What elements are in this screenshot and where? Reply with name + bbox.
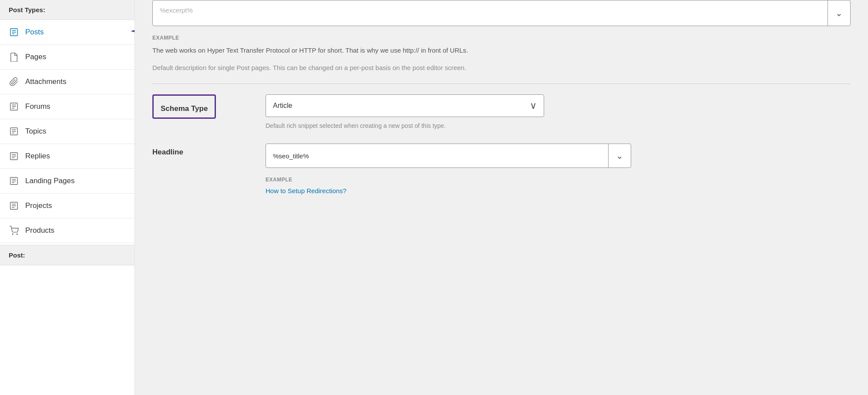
sidebar: Post Types: Posts Pages — [0, 0, 135, 395]
sidebar-item-topics[interactable]: Topics — [0, 119, 135, 144]
sidebar-item-pages[interactable]: Pages — [0, 45, 135, 70]
post-section-header: Post: — [0, 245, 135, 265]
sidebar-item-attachments[interactable]: Attachments — [0, 70, 135, 94]
excerpt-dropdown-button[interactable]: ⌄ — [828, 0, 850, 26]
pages-icon — [9, 52, 19, 62]
sidebar-item-forums[interactable]: Forums — [0, 94, 135, 119]
attachments-icon — [9, 77, 19, 87]
default-description: Default description for single Post page… — [152, 63, 851, 73]
sidebar-item-forums-label: Forums — [25, 102, 126, 111]
headline-input[interactable] — [266, 144, 608, 167]
headline-example-label: EXAMPLE — [266, 177, 851, 183]
topics-icon — [9, 126, 19, 137]
schema-chevron-down-icon: ∨ — [530, 100, 537, 111]
svg-marker-4 — [131, 22, 135, 41]
example-section: EXAMPLE The web works on Hyper Text Tran… — [152, 35, 851, 73]
schema-type-hint: Default rich snippet selected when creat… — [266, 121, 851, 131]
schema-type-label: Schema Type — [161, 100, 208, 113]
sidebar-item-landing-pages[interactable]: Landing Pages — [0, 169, 135, 194]
headline-dropdown-button[interactable]: ⌄ — [608, 144, 631, 167]
headline-example-section: EXAMPLE How to Setup Redirections? — [266, 177, 851, 195]
schema-type-value: Article — [273, 102, 530, 110]
headline-input-row: ⌄ — [266, 144, 631, 168]
example-text: The web works on Hyper Text Transfer Pro… — [152, 45, 851, 56]
schema-type-content: Article ✓⌄ ∨ Default rich snippet select… — [266, 94, 851, 131]
forums-icon — [9, 101, 19, 112]
schema-type-highlight-box: Schema Type — [152, 94, 216, 119]
headline-content: ⌄ EXAMPLE How to Setup Redirections? — [266, 144, 851, 195]
sidebar-item-landing-pages-label: Landing Pages — [25, 177, 126, 185]
excerpt-input-row: %excerpt% ⌄ — [152, 0, 851, 26]
replies-icon — [9, 151, 19, 161]
sidebar-item-replies[interactable]: Replies — [0, 144, 135, 169]
sidebar-item-posts-label: Posts — [25, 28, 126, 37]
headline-label-col: Headline — [152, 144, 248, 157]
products-cart-icon — [9, 225, 19, 236]
sidebar-item-projects-label: Projects — [25, 201, 126, 210]
headline-example-link[interactable]: How to Setup Redirections? — [266, 187, 347, 194]
divider-1 — [152, 84, 851, 84]
posts-icon — [9, 27, 19, 37]
schema-type-label-col: Schema Type — [152, 94, 248, 119]
post-types-header: Post Types: — [0, 0, 135, 20]
excerpt-section: %excerpt% ⌄ — [152, 0, 851, 26]
sidebar-item-products-label: Products — [25, 226, 126, 235]
svg-point-26 — [17, 234, 17, 234]
projects-icon — [9, 201, 19, 211]
sidebar-item-posts[interactable]: Posts — [0, 20, 135, 45]
landing-pages-icon — [9, 176, 19, 186]
sidebar-item-pages-label: Pages — [25, 53, 126, 61]
svg-point-25 — [12, 234, 13, 234]
headline-label: Headline — [152, 144, 248, 157]
sidebar-item-replies-label: Replies — [25, 152, 126, 161]
schema-type-row: Schema Type Article ✓⌄ ∨ Default rich sn… — [152, 94, 851, 131]
sidebar-item-projects[interactable]: Projects — [0, 194, 135, 218]
example-label-1: EXAMPLE — [152, 35, 851, 41]
sidebar-item-topics-label: Topics — [25, 127, 126, 136]
arrow-indicator — [126, 22, 135, 41]
excerpt-input-value: %excerpt% — [153, 0, 828, 26]
main-content: %excerpt% ⌄ EXAMPLE The web works on Hyp… — [135, 0, 868, 395]
sidebar-item-products[interactable]: Products — [0, 218, 135, 243]
headline-row: Headline ⌄ EXAMPLE How to Setup Redirect… — [152, 144, 851, 195]
sidebar-item-attachments-label: Attachments — [25, 77, 126, 86]
schema-type-dropdown[interactable]: Article ✓⌄ ∨ — [266, 94, 544, 117]
